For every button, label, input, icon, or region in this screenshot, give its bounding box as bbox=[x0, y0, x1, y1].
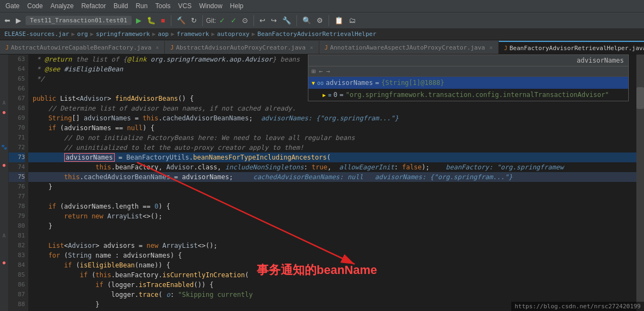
code-line-80: } bbox=[28, 221, 636, 231]
debug-popup: advisorNames ⊞ ← → ▼ oo advisorNames = {… bbox=[308, 54, 629, 101]
wrench-btn[interactable]: 🔧 bbox=[280, 15, 293, 26]
gutter-25 bbox=[0, 267, 9, 276]
ln-64: 64 bbox=[9, 64, 25, 74]
debug-prev-btn[interactable]: ← bbox=[319, 68, 323, 75]
ln-86: 86 bbox=[9, 280, 25, 290]
git-check2[interactable]: ✓ bbox=[228, 15, 239, 26]
menu-code[interactable]: Code bbox=[24, 1, 46, 11]
gutter-9 bbox=[0, 125, 9, 134]
gutter-29 bbox=[0, 302, 9, 311]
gutter-2 bbox=[0, 63, 9, 72]
debug-item-advisor-names[interactable]: ▼ oo advisorNames = {String[1]@1888} bbox=[308, 77, 628, 89]
menu-analyze[interactable]: Analyze bbox=[47, 1, 77, 11]
code-lines: 63 64 65 66 67 68 69 70 71 72 73 74 75 7… bbox=[9, 54, 644, 311]
menu-vcs[interactable]: VCS bbox=[175, 1, 195, 11]
breadcrumb-aop[interactable]: aop bbox=[158, 31, 169, 38]
breadcrumb-class[interactable]: BeanFactoryAdvisorRetrievalHelper bbox=[257, 31, 376, 38]
gutter-17 bbox=[0, 196, 9, 205]
tab-bar: J AbstractAutowireCapableBeanFactory.jav… bbox=[0, 40, 644, 54]
breadcrumb-springframework[interactable]: springframework bbox=[96, 31, 150, 38]
search-btn[interactable]: 🔍 bbox=[300, 15, 313, 26]
ln-66: 66 bbox=[9, 84, 25, 94]
ln-65: 65 bbox=[9, 74, 25, 84]
debug-grid-btn[interactable]: ⊞ bbox=[312, 68, 315, 75]
debug-popup-title: advisorNames bbox=[308, 55, 628, 66]
code-line-87: logger.trace( o: "Skipping currently bbox=[28, 290, 636, 300]
ln-71: 71 bbox=[9, 133, 25, 143]
ln-85: 85 bbox=[9, 270, 25, 280]
menu-run[interactable]: Run bbox=[132, 1, 151, 11]
sep2 bbox=[202, 15, 203, 26]
build-btn[interactable]: 🔨 bbox=[175, 15, 188, 26]
menu-tools[interactable]: Tools bbox=[152, 1, 174, 11]
undo-btn[interactable]: ↩ bbox=[257, 15, 268, 26]
tab-abstract-advisor[interactable]: J AbstractAdvisorAutoProxyCreator.java × bbox=[165, 41, 319, 54]
sep3 bbox=[253, 15, 254, 26]
gutter-3 bbox=[0, 72, 9, 81]
debug-item-0[interactable]: ▶ ≡ 0 = "org.springframework.transaction… bbox=[308, 89, 628, 101]
gutter-22 bbox=[0, 240, 9, 249]
tab-beanfactory-advisor[interactable]: J BeanFactoryAdvisorRetrievalHelper.java… bbox=[499, 41, 644, 54]
ln-82: 82 bbox=[9, 241, 25, 251]
menu-help[interactable]: Help bbox=[227, 1, 247, 11]
ln-80: 80 bbox=[9, 221, 25, 231]
menu-refactor[interactable]: Refactor bbox=[78, 1, 109, 11]
gutter-19 bbox=[0, 214, 9, 222]
ln-68: 68 bbox=[9, 103, 25, 113]
ln-69: 69 bbox=[9, 113, 25, 123]
debug-next-btn[interactable]: → bbox=[326, 68, 330, 75]
gutter-5 bbox=[0, 90, 9, 99]
debug-btn[interactable]: 🐛 bbox=[145, 15, 158, 26]
code-line-71: // Do not initialize FactoryBeans here: … bbox=[28, 133, 636, 143]
code-line-70: if (advisorNames == null) { bbox=[28, 123, 636, 133]
extra-btn2[interactable]: 🗂 bbox=[346, 15, 358, 26]
extra-btn[interactable]: 📋 bbox=[332, 15, 345, 26]
nav-btn[interactable]: ▶ bbox=[14, 15, 23, 26]
settings-btn[interactable]: ⚙ bbox=[314, 15, 325, 26]
ln-83: 83 bbox=[9, 251, 25, 260]
ln-84: 84 bbox=[9, 260, 25, 270]
menu-gate[interactable]: Gate bbox=[2, 1, 23, 11]
menu-window[interactable]: Window bbox=[196, 1, 226, 11]
code-line-79: return new ArrayList<>(); bbox=[28, 211, 636, 221]
gutter-28 bbox=[0, 293, 9, 302]
breadcrumb-framework[interactable]: framework bbox=[177, 31, 209, 38]
code-line-81 bbox=[28, 231, 636, 241]
scroll-right[interactable] bbox=[636, 54, 644, 311]
gutter-4 bbox=[0, 81, 9, 90]
run-config-label[interactable]: Test11_Transaction01.test01 bbox=[26, 16, 132, 25]
breadcrumb-jar[interactable]: ELEASE-sources.jar bbox=[4, 31, 69, 38]
code-line-69: String[] advisorNames = this.cachedAdvis… bbox=[28, 113, 636, 123]
annotation-text: 事务通知的beanName bbox=[257, 262, 377, 278]
gutter-bp2: 🐾 bbox=[0, 143, 9, 151]
menu-build[interactable]: Build bbox=[110, 1, 132, 11]
ln-70: 70 bbox=[9, 123, 25, 133]
run-btn[interactable]: ▶ bbox=[134, 15, 144, 26]
ln-72: 72 bbox=[9, 143, 25, 153]
toolbar: ⬅ ▶ Test11_Transaction01.test01 ▶ 🐛 ■ 🔨 … bbox=[0, 12, 644, 28]
code-line-83: for (String name : advisorNames) { bbox=[28, 251, 636, 260]
ln-87: 87 bbox=[9, 290, 25, 300]
gutter-27 bbox=[0, 284, 9, 293]
back-btn[interactable]: ⬅ bbox=[2, 15, 13, 26]
reload-btn[interactable]: ↻ bbox=[189, 15, 199, 26]
sep1 bbox=[171, 15, 171, 26]
menu-bar: Gate Code Analyze Refactor Build Run Too… bbox=[0, 0, 644, 12]
git-check[interactable]: ✓ bbox=[217, 15, 227, 26]
scrollbar-thumb[interactable] bbox=[636, 87, 644, 109]
gutter-23 bbox=[0, 249, 9, 258]
ln-88: 88 bbox=[9, 300, 25, 309]
breadcrumb-org[interactable]: org bbox=[77, 31, 88, 38]
breadcrumb-autoproxy[interactable]: autoproxy bbox=[217, 31, 250, 38]
tab-annotation-aware[interactable]: J AnnotationAwareAspectJAutoProxyCreator… bbox=[319, 41, 499, 54]
tab-abstract-autowire[interactable]: J AbstractAutowireCapableBeanFactory.jav… bbox=[0, 41, 165, 54]
main-area: A ● 🐾 ● A ● 63 64 65 66 bbox=[0, 54, 644, 311]
redo-btn[interactable]: ↪ bbox=[269, 15, 279, 26]
stop-btn[interactable]: ■ bbox=[159, 15, 168, 26]
sep5 bbox=[329, 15, 329, 26]
code-line-77 bbox=[28, 192, 636, 202]
line-numbers: 63 64 65 66 67 68 69 70 71 72 73 74 75 7… bbox=[9, 54, 28, 311]
gutter-8 bbox=[0, 117, 9, 125]
ln-73: 73 bbox=[9, 153, 25, 162]
git-history[interactable]: ⊙ bbox=[240, 15, 250, 26]
